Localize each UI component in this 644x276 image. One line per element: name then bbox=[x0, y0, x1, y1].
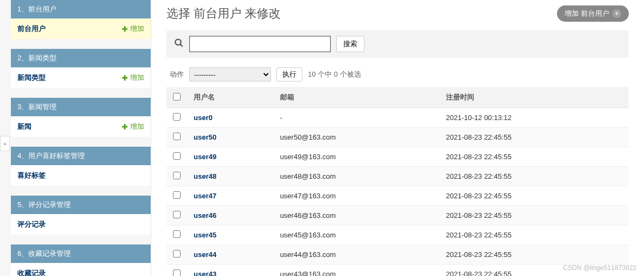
cell-email: - bbox=[274, 108, 439, 128]
module-header: 1、前台用户 bbox=[11, 0, 151, 18]
username-link[interactable]: user50 bbox=[194, 133, 216, 141]
plus-icon: + bbox=[612, 9, 621, 18]
search-icon bbox=[174, 38, 184, 51]
sidebar: 1、前台用户前台用户✚增加2、新闻类型新闻类型✚增加3、新闻管理新闻✚增加4、用… bbox=[0, 0, 151, 276]
cell-regtime: 2021-08-23 22:45:55 bbox=[439, 206, 629, 225]
svg-point-0 bbox=[175, 39, 181, 45]
col-email[interactable]: 邮箱 bbox=[274, 87, 439, 108]
sidebar-item-link[interactable]: 新闻 bbox=[17, 122, 32, 131]
row-checkbox[interactable] bbox=[173, 269, 181, 276]
cell-email: user49@163.com bbox=[274, 147, 439, 167]
username-link[interactable]: user44 bbox=[194, 250, 216, 259]
col-regtime[interactable]: 注册时间 bbox=[439, 87, 629, 108]
selection-count: 10 个中 0 个被选 bbox=[308, 70, 361, 79]
svg-line-1 bbox=[180, 44, 183, 47]
username-link[interactable]: user47 bbox=[194, 192, 216, 200]
add-user-button[interactable]: 增加 前台用户 + bbox=[557, 5, 629, 22]
username-link[interactable]: user43 bbox=[194, 270, 216, 276]
table-row: user43user43@163.com2021-08-23 22:45:55 bbox=[166, 265, 629, 277]
select-all-checkbox[interactable] bbox=[173, 93, 181, 101]
sidebar-item: 新闻✚增加 bbox=[11, 116, 151, 137]
cell-email: user50@163.com bbox=[274, 128, 439, 147]
cell-regtime: 2021-10-12 00:13:12 bbox=[439, 108, 629, 128]
row-checkbox[interactable] bbox=[173, 211, 181, 218]
cell-email: user43@163.com bbox=[274, 265, 439, 277]
plus-icon: ✚ bbox=[122, 74, 128, 82]
table-row: user50user50@163.com2021-08-23 22:45:55 bbox=[166, 128, 629, 147]
sidebar-item: 新闻类型✚增加 bbox=[11, 67, 151, 88]
table-row: user44user44@163.com2021-08-23 22:45:55 bbox=[166, 245, 629, 265]
sidebar-item-link[interactable]: 评分记录 bbox=[17, 219, 46, 229]
search-button[interactable]: 搜索 bbox=[336, 36, 364, 52]
main-content: 选择 前台用户 来修改 增加 前台用户 + 搜索 动作 --------- 执行… bbox=[151, 0, 644, 276]
collapse-sidebar-button[interactable]: « bbox=[0, 136, 10, 151]
cell-email: user46@163.com bbox=[274, 206, 439, 225]
sidebar-item-link[interactable]: 收藏记录 bbox=[17, 268, 46, 276]
username-link[interactable]: user0 bbox=[194, 114, 213, 122]
sidebar-add-label: 增加 bbox=[130, 122, 144, 131]
module-header: 4、用户喜好标签管理 bbox=[11, 147, 151, 165]
cell-email: user44@163.com bbox=[274, 245, 439, 265]
module-header: 6、收藏记录管理 bbox=[11, 244, 151, 263]
sidebar-add-label: 增加 bbox=[130, 73, 144, 83]
plus-icon: ✚ bbox=[122, 123, 128, 131]
module-header: 2、新闻类型 bbox=[11, 49, 151, 67]
username-link[interactable]: user49 bbox=[194, 153, 216, 161]
search-input[interactable] bbox=[189, 36, 331, 52]
actions-select[interactable]: --------- bbox=[189, 67, 271, 81]
table-row: user48user48@163.com2021-08-23 22:45:55 bbox=[166, 167, 629, 186]
row-checkbox[interactable] bbox=[173, 230, 181, 238]
username-link[interactable]: user46 bbox=[194, 211, 216, 219]
actions-label: 动作 bbox=[170, 70, 184, 79]
table-row: user0-2021-10-12 00:13:12 bbox=[166, 108, 629, 128]
row-checkbox[interactable] bbox=[173, 113, 181, 121]
sidebar-item-link[interactable]: 前台用户 bbox=[17, 24, 46, 34]
cell-email: user45@163.com bbox=[274, 225, 439, 245]
sidebar-item: 收藏记录 bbox=[11, 263, 151, 276]
sidebar-item-link[interactable]: 喜好标签 bbox=[17, 171, 46, 180]
sidebar-add-link[interactable]: ✚增加 bbox=[122, 24, 144, 34]
sidebar-add-label: 增加 bbox=[130, 24, 144, 34]
module-header: 5、评分记录管理 bbox=[11, 196, 151, 214]
sidebar-add-link[interactable]: ✚增加 bbox=[122, 122, 144, 131]
cell-regtime: 2021-08-23 22:45:55 bbox=[439, 147, 629, 167]
username-link[interactable]: user48 bbox=[194, 172, 216, 180]
cell-regtime: 2021-08-23 22:45:55 bbox=[439, 265, 629, 277]
module-header: 3、新闻管理 bbox=[11, 98, 151, 116]
sidebar-item-link[interactable]: 新闻类型 bbox=[17, 73, 46, 83]
table-row: user49user49@163.com2021-08-23 22:45:55 bbox=[166, 147, 629, 167]
cell-email: user48@163.com bbox=[274, 167, 439, 186]
sidebar-item: 评分记录 bbox=[11, 214, 151, 235]
username-link[interactable]: user45 bbox=[194, 231, 216, 239]
table-row: user46user46@163.com2021-08-23 22:45:55 bbox=[166, 206, 629, 225]
actions-row: 动作 --------- 执行 10 个中 0 个被选 bbox=[166, 67, 629, 81]
user-table: 用户名 邮箱 注册时间 user0-2021-10-12 00:13:12use… bbox=[166, 87, 629, 276]
cell-regtime: 2021-08-23 22:45:55 bbox=[439, 128, 629, 147]
sidebar-item: 喜好标签 bbox=[11, 165, 151, 186]
row-checkbox[interactable] bbox=[173, 152, 181, 160]
row-checkbox[interactable] bbox=[173, 133, 181, 140]
col-username[interactable]: 用户名 bbox=[187, 87, 274, 108]
cell-regtime: 2021-08-23 22:45:55 bbox=[439, 186, 629, 206]
cell-email: user47@163.com bbox=[274, 186, 439, 206]
add-user-button-label: 增加 前台用户 bbox=[565, 9, 609, 18]
cell-regtime: 2021-08-23 22:45:55 bbox=[439, 245, 629, 265]
page-title: 选择 前台用户 来修改 bbox=[166, 5, 281, 22]
plus-icon: ✚ bbox=[122, 25, 128, 33]
sidebar-add-link[interactable]: ✚增加 bbox=[122, 73, 144, 83]
row-checkbox[interactable] bbox=[173, 191, 181, 199]
row-checkbox[interactable] bbox=[173, 172, 181, 179]
row-checkbox[interactable] bbox=[173, 250, 181, 258]
cell-regtime: 2021-08-23 22:45:55 bbox=[439, 167, 629, 186]
table-row: user45user45@163.com2021-08-23 22:45:55 bbox=[166, 225, 629, 245]
table-row: user47user47@163.com2021-08-23 22:45:55 bbox=[166, 186, 629, 206]
sidebar-item: 前台用户✚增加 bbox=[11, 18, 151, 39]
search-bar: 搜索 bbox=[166, 30, 629, 58]
go-button[interactable]: 执行 bbox=[276, 67, 302, 81]
cell-regtime: 2021-08-23 22:45:55 bbox=[439, 225, 629, 245]
